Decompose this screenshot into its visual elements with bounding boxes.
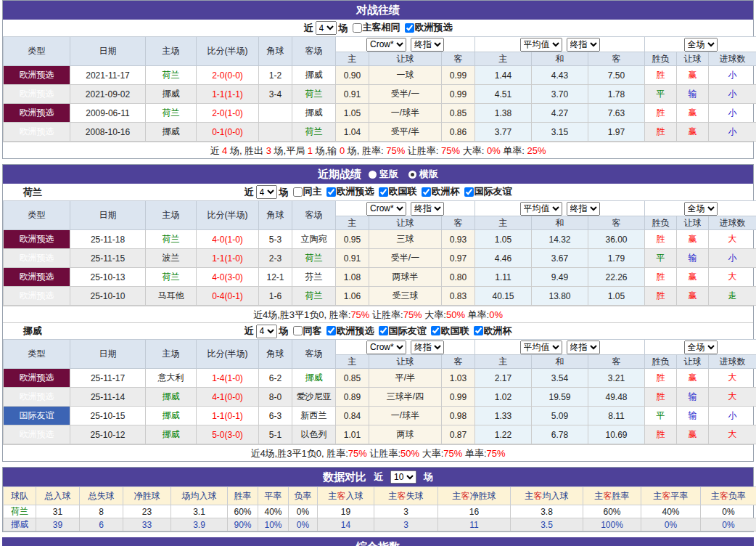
checkbox-input[interactable] — [293, 326, 303, 335]
sub-col-header: 让球 — [369, 216, 442, 230]
scope-select[interactable]: 全场 — [684, 202, 718, 216]
team0-summary: 近4场,胜3平1负0, 胜率:75% 让胜率:75% 大率:50% 单率:0% — [3, 306, 753, 322]
match-cell: 赢 — [677, 230, 709, 249]
filter-checkbox-国际友谊[interactable]: 国际友谊 — [461, 185, 512, 198]
checkbox-input[interactable] — [379, 326, 388, 335]
match-cell: 25-10-10 — [70, 287, 146, 306]
scope-select[interactable]: 全场 — [684, 341, 718, 354]
match-cell: 4-1(0-0) — [197, 388, 259, 407]
compare-cell: 0% — [701, 518, 756, 531]
summary-segment: 场,平局 — [271, 145, 308, 156]
checkbox-input[interactable] — [474, 326, 483, 335]
sub-col-header: 客 — [442, 216, 475, 230]
avg-group: 平均值终指 — [475, 340, 645, 355]
match-cell: 挪威 — [292, 369, 336, 388]
filter-checkbox-欧洲预选[interactable]: 欧洲预选 — [402, 21, 453, 34]
match-cell: 输 — [677, 249, 709, 268]
match-cell: 8.11 — [588, 407, 645, 425]
match-cell: 1.22 — [475, 425, 532, 444]
match-cell: 大 — [709, 268, 756, 287]
match-cell: 2008-10-16 — [70, 123, 146, 142]
match-row: 欧洲预选25-11-14挪威4-1(0-0)8-0爱沙尼亚0.89三球半/四0.… — [4, 388, 756, 407]
team1-count-select[interactable]: 4 — [256, 325, 277, 338]
compare-cell: 14 — [318, 518, 374, 531]
checkbox-input[interactable] — [326, 187, 336, 197]
compare-count-select[interactable]: 10 — [390, 470, 416, 484]
odds-stage-select[interactable]: 终指 — [411, 202, 444, 216]
match-cell: 1.33 — [475, 407, 532, 425]
odds-stage-select[interactable]: 终指 — [411, 38, 444, 52]
match-cell: 3.70 — [532, 85, 588, 104]
radio-icon[interactable] — [408, 171, 416, 179]
scope-select[interactable]: 全场 — [684, 38, 718, 52]
match-cell: 0.90 — [336, 66, 369, 85]
filter-checkbox-欧洲杯[interactable]: 欧洲杯 — [419, 185, 460, 198]
filter-checkbox-欧洲预选[interactable]: 欧洲预选 — [324, 185, 374, 198]
h2h-count-select[interactable]: 4 — [316, 21, 337, 35]
filter-checkbox-欧国联[interactable]: 欧国联 — [376, 185, 417, 198]
filter-checkbox-主客相同[interactable]: 主客相同 — [350, 21, 400, 34]
checkbox-input[interactable] — [379, 187, 388, 197]
match-cell: 4.51 — [475, 85, 532, 104]
filter-checkbox-欧国联[interactable]: 欧国联 — [428, 325, 469, 338]
match-cell: 赢 — [677, 268, 709, 287]
compare-cell: 6 — [80, 518, 123, 531]
match-cell: 10.69 — [588, 425, 645, 444]
filter-checkbox-国际友谊[interactable]: 国际友谊 — [376, 325, 427, 338]
average-select[interactable]: 平均值 — [520, 202, 562, 216]
filter-checkbox-欧洲预选[interactable]: 欧洲预选 — [324, 325, 374, 338]
match-row: 欧洲预选25-10-13荷兰4-0(3-0)12-1芬兰1.08两球半0.801… — [4, 268, 756, 287]
match-cell: 1.11 — [475, 268, 532, 287]
sub-col-header: 客 — [588, 52, 645, 66]
match-cell: 0-1(0-0) — [197, 123, 259, 142]
team0-count-select[interactable]: 4 — [256, 185, 277, 199]
avg-stage-select[interactable]: 终指 — [567, 202, 600, 216]
summary-segment: 大率: — [422, 309, 446, 320]
checkbox-input[interactable] — [405, 23, 414, 33]
h2h-table: 类型日期主场比分(半场)角球客场Crow*终指平均值终指全场主让球客主和客胜负让… — [3, 36, 756, 142]
match-cell: 1-1(0-1) — [197, 407, 259, 425]
match-cell: 立陶宛 — [292, 230, 336, 249]
match-cell: 荷兰 — [146, 268, 197, 287]
avg-stage-select[interactable]: 终指 — [567, 38, 600, 52]
checkbox-input[interactable] — [431, 326, 440, 335]
match-type-cell: 欧洲预选 — [4, 388, 70, 407]
match-cell: 5-3 — [259, 230, 292, 249]
odds-company-select[interactable]: Crow* — [366, 202, 406, 216]
match-cell: 1.78 — [588, 85, 645, 104]
compare-cell: 3 — [374, 505, 438, 518]
match-cell: 0.89 — [336, 388, 369, 407]
match-cell: 走 — [709, 287, 756, 306]
match-cell: 5-1 — [259, 425, 292, 444]
summary-segment: 1 — [308, 145, 313, 156]
match-cell: 0.98 — [442, 407, 475, 425]
layout-radio-竖版[interactable]: 竖版 — [369, 168, 398, 181]
checkbox-input[interactable] — [422, 187, 431, 197]
next-title: 综合指数 — [356, 540, 400, 546]
compare-col-header: 场均入球 — [171, 487, 228, 505]
summary-segment: 近 — [210, 145, 222, 156]
checkbox-input[interactable] — [326, 326, 336, 335]
match-cell: 3.21 — [588, 369, 645, 388]
compare-title: 数据对比 — [323, 470, 366, 484]
checkbox-input[interactable] — [293, 187, 303, 197]
filter-checkbox-同客[interactable]: 同客 — [290, 325, 322, 338]
compare-cell: 33 — [123, 518, 171, 531]
filter-checkbox-同主[interactable]: 同主 — [290, 185, 322, 198]
layout-radio-横版[interactable]: 横版 — [408, 168, 438, 181]
radio-icon[interactable] — [369, 171, 377, 179]
odds-stage-select[interactable]: 终指 — [411, 341, 444, 354]
checkbox-input[interactable] — [464, 187, 474, 197]
compare-col-header: 主客平率 — [641, 487, 701, 505]
average-select[interactable]: 平均值 — [520, 38, 562, 52]
match-cell: 胜 — [645, 104, 677, 123]
filter-checkbox-欧洲杯[interactable]: 欧洲杯 — [471, 325, 512, 338]
sub-col-header: 客 — [442, 355, 475, 369]
average-select[interactable]: 平均值 — [520, 341, 562, 354]
odds-company-select[interactable]: Crow* — [366, 341, 406, 354]
avg-stage-select[interactable]: 终指 — [567, 341, 600, 354]
compare-cell: 90% — [228, 518, 258, 531]
match-cell: 平 — [645, 85, 677, 104]
odds-company-select[interactable]: Crow* — [366, 38, 406, 52]
checkbox-input[interactable] — [353, 23, 362, 33]
